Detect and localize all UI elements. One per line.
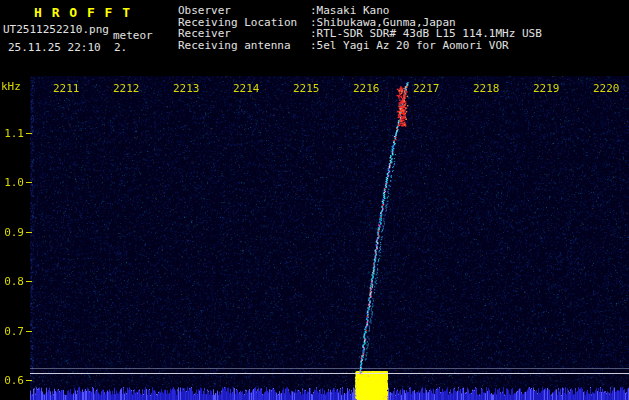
x-tick-label-2: 2213 xyxy=(173,82,199,95)
x-tick-label-9: 2220 xyxy=(593,82,619,95)
spectrogram-canvas xyxy=(0,76,629,400)
observation-datetime: 25.11.25 22:10 2. xyxy=(8,41,127,54)
x-tick-label-1: 2212 xyxy=(113,82,139,95)
info-label: Receiving antenna xyxy=(178,40,310,52)
y-axis-unit-label: kHz xyxy=(1,80,21,93)
x-tick-label-6: 2217 xyxy=(413,82,439,95)
y-tick-label-1: 1.0 xyxy=(0,176,24,189)
station-info: Observer:Masaki Kano Receiving Location:… xyxy=(178,5,542,51)
x-tick-label-4: 2215 xyxy=(293,82,319,95)
x-tick-label-8: 2219 xyxy=(533,82,559,95)
info-label: Observer xyxy=(178,5,310,17)
y-tick-label-4: 0.7 xyxy=(0,325,24,338)
y-tick-label-3: 0.8 xyxy=(0,275,24,288)
y-tick-label-5: 0.6 xyxy=(0,374,24,387)
x-tick-label-0: 2211 xyxy=(53,82,79,95)
info-row-antenna: Receiving antenna:5el Yagi Az 20 for Aom… xyxy=(178,40,542,52)
y-tick-label-2: 0.9 xyxy=(0,226,24,239)
x-tick-label-7: 2218 xyxy=(473,82,499,95)
info-label: Receiver xyxy=(178,28,310,40)
app-title: H R O F F T xyxy=(34,5,131,20)
x-tick-label-5: 2216 xyxy=(353,82,379,95)
info-value: :5el Yagi Az 20 for Aomori VOR xyxy=(310,39,509,52)
hrofft-output: H R O F F T UT2511252210.png meteor 25.1… xyxy=(0,0,629,400)
output-filename: UT2511252210.png xyxy=(3,23,109,36)
y-tick-label-0: 1.1 xyxy=(0,127,24,140)
x-tick-label-3: 2214 xyxy=(233,82,259,95)
